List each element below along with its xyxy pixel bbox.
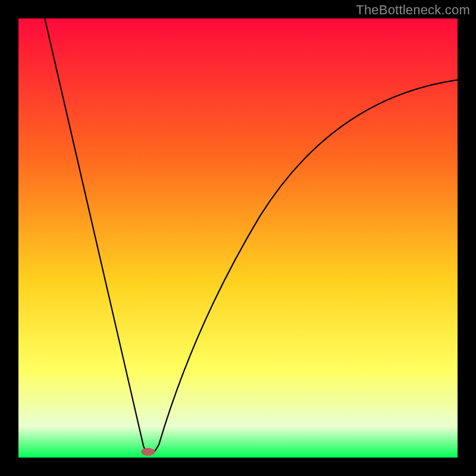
watermark-text: TheBottleneck.com [356,2,470,18]
plot-area [18,18,458,458]
minimum-marker [141,448,155,456]
chart-frame: TheBottleneck.com [0,0,476,476]
gradient-background [18,18,458,458]
chart-svg [18,18,458,458]
